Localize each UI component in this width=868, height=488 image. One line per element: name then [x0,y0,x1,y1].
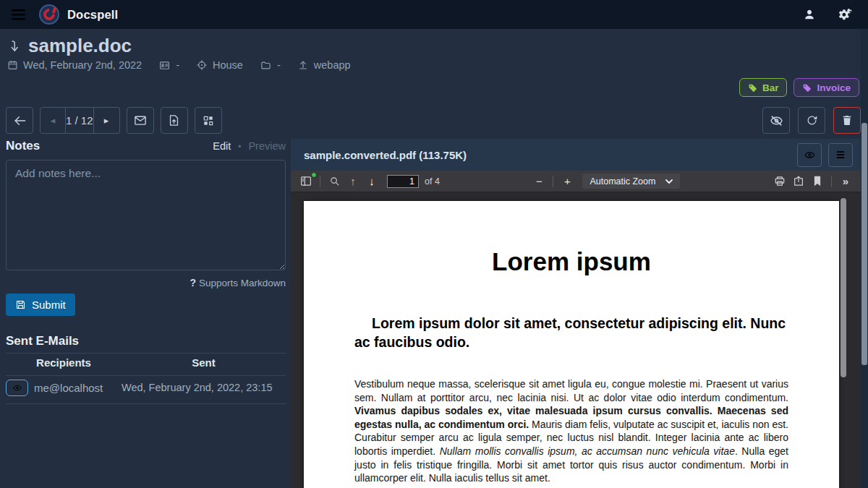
eye-slash-icon [770,115,783,127]
sidebar-toggle-button[interactable] [297,173,315,190]
calendar-icon [7,59,18,71]
mail-icon [134,115,147,126]
send-mail-button[interactable] [127,107,154,134]
sent-mails-header-row: Recipients Sent [6,354,286,371]
eye-icon [12,384,22,392]
grid-button[interactable] [195,107,222,134]
markdown-hint-link[interactable]: ? Supports Markdown [6,277,286,288]
notes-edit-link[interactable]: Edit [213,140,231,152]
notes-preview-link[interactable]: Preview [248,140,286,152]
folder-icon [260,60,272,71]
add-files-button[interactable] [161,107,188,134]
delete-button[interactable] [833,107,861,134]
menu-icon[interactable] [8,4,28,25]
refresh-icon [806,114,818,127]
tag-icon [802,83,812,93]
pdf-page-input[interactable] [387,175,419,188]
brand-title[interactable]: Docspell [67,8,118,22]
notes-link-separator: • [238,142,241,152]
tag-list: Bar Invoice [739,78,859,97]
attachment-view-button[interactable] [797,143,822,167]
sidebar-panel-icon [300,176,312,187]
pdf-scrollbar-thumb[interactable] [841,198,846,377]
user-icon[interactable] [800,5,819,24]
column-sent: Sent [122,356,286,369]
prev-item-button[interactable]: ◂ [40,107,66,134]
save-icon [15,299,26,310]
pdf-print-button[interactable] [770,173,789,190]
view-mail-button[interactable] [6,380,28,396]
qr-grid-icon [203,115,214,127]
concerning-icon [196,59,208,71]
mail-sent-date: Wed, February 2nd, 2022, 23:15 [122,382,286,393]
tag-bar[interactable]: Bar [739,78,788,97]
sent-mails-heading: Sent E-Mails [6,334,286,348]
back-button[interactable] [6,107,33,134]
zoom-out-button[interactable]: − [529,173,548,190]
attachment-header: sample.converted.pdf (113.75K) [291,139,861,171]
file-upload-icon [169,114,179,127]
chevron-down-icon [665,179,673,184]
source-value: webapp [314,59,351,71]
zoom-level-select[interactable]: Automatic Zoom [582,174,680,189]
pdf-page-count: of 4 [425,176,440,187]
folder-value: - [277,59,281,71]
pdf-search-button[interactable] [325,173,344,190]
divider [6,403,286,404]
item-toolbar: ◂ 1 / 12 ▸ [6,107,861,134]
reload-button[interactable] [798,107,825,134]
item-position-label: 1 / 12 [66,107,94,134]
toolbar-separator [553,176,553,187]
pdfjs-toolbar: ↑ ↓ of 4 − + Automatic Zoom » [291,171,861,192]
correspondent-value: - [176,59,179,71]
menu-lines-icon [835,150,846,159]
folder-up-arrow-icon [793,176,804,187]
pdf-bookmark-button[interactable] [808,173,827,190]
toolbar-separator [831,176,832,187]
notes-heading: Notes [6,139,40,153]
docspell-app: Docspell sample.doc Wed, February 2nd, 2 [0,0,868,488]
tag-label: Bar [762,82,779,93]
top-navbar: Docspell [0,0,868,29]
docspell-logo[interactable] [39,4,59,25]
help-icon: ? [190,277,197,288]
attachment-panel: sample.converted.pdf (113.75K) ↑ ↓ [291,139,861,488]
item-pagination: ◂ 1 / 12 ▸ [40,107,120,134]
attachment-filename: sample.converted.pdf (113.75K) [304,149,467,161]
tag-icon [748,83,757,93]
notes-input[interactable] [6,160,286,270]
file-download-icon [7,38,22,54]
gears-icon[interactable] [836,5,855,24]
submit-notes-button[interactable]: Submit [6,294,75,316]
tag-invoice[interactable]: Invoice [793,78,859,97]
pdf-prev-page-button[interactable]: ↑ [344,173,362,190]
pdf-document-title: Lorem ipsum [304,247,839,276]
document-meta: Wed, February 2nd, 2022 - House - webapp [7,59,351,71]
toolbar-separator [320,176,320,187]
pdf-next-page-button[interactable]: ↓ [362,173,381,190]
concerning-value: House [213,59,243,71]
pdf-document-heading: Lorem ipsum dolor sit amet, consectetur … [354,314,788,351]
item-date: Wed, February 2nd, 2022 [23,59,142,71]
tag-label: Invoice [817,82,851,93]
pdf-viewer: Lorem ipsum Lorem ipsum dolor sit amet, … [291,192,861,488]
eye-icon [804,150,816,160]
print-icon [774,176,786,187]
pdf-document-paragraph: Vestibulum neque massa, scelerisque sit … [354,377,788,485]
sent-mail-row: me@localhost Wed, February 2nd, 2022, 23… [6,376,286,399]
document-title-row: sample.doc [7,35,132,57]
zoom-in-button[interactable]: + [558,173,576,190]
pdf-page: Lorem ipsum Lorem ipsum dolor sit amet, … [304,201,839,488]
next-item-button[interactable]: ▸ [94,107,120,134]
pdf-more-tools-button[interactable]: » [836,173,855,190]
unconfirm-button[interactable] [762,107,790,134]
correspondent-icon [158,60,171,71]
source-icon [297,59,309,71]
sidebar-notification-dot [311,172,317,178]
page-title: sample.doc [28,35,132,57]
bookmark-icon [813,176,822,187]
page-scrollbar-thumb[interactable] [861,123,867,365]
attachment-menu-button[interactable] [828,143,853,167]
search-icon [329,176,340,187]
pdf-save-button[interactable] [789,173,808,190]
